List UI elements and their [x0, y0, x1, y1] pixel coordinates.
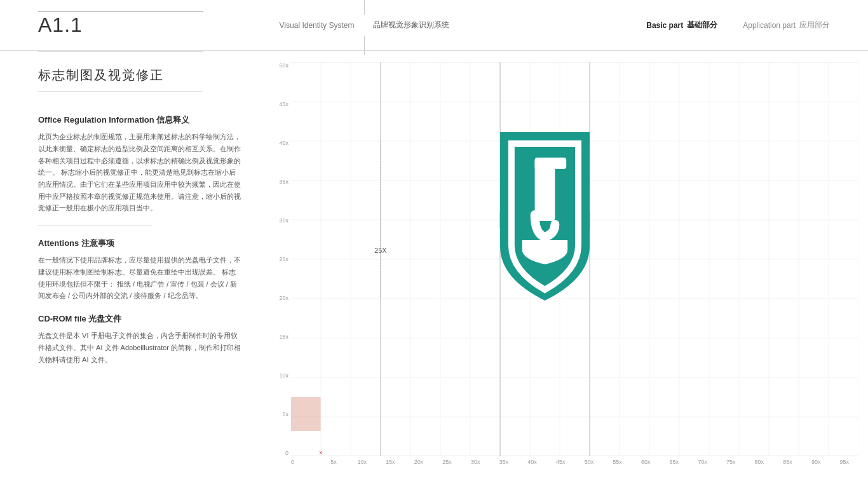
y-label-0: 0 — [285, 450, 288, 456]
x-label-50: 50x — [575, 459, 604, 465]
section-regulation-heading-en: Office Regulation Information — [38, 115, 154, 125]
nav-vi-en: Visual Identity System — [280, 21, 355, 30]
section-regulation-body-text: 此页为企业标志的制图规范，主要用来阐述标志的科学绘制方法，以此来衡量、确定标志的… — [38, 133, 241, 212]
app-part-en: Application part — [743, 21, 796, 30]
top-rule — [38, 51, 203, 51]
section-cdrom-heading-en: CD-ROM file — [38, 314, 86, 323]
x-label-95: 95x — [830, 459, 858, 465]
x-label-20: 20x — [405, 459, 433, 465]
section-cdrom: CD-ROM file 光盘文件 光盘文件是本 VI 手册电子文件的集合，内含手… — [38, 313, 241, 365]
title-rule — [38, 92, 203, 92]
y-label-40: 40x — [279, 140, 288, 146]
x-label-5: 5x — [320, 459, 348, 465]
svg-rect-41 — [535, 158, 567, 169]
section-attentions-body-text: 在一般情况下使用品牌标志，应尽量使用提供的光盘电子文件，不建议使用标准制图绘制标… — [38, 256, 241, 299]
section-attentions-heading: Attentions 注意事项 — [38, 238, 241, 249]
nav-vi-cn: 品牌视觉形象识别系统 — [373, 20, 449, 30]
header-center-divider-top — [364, 0, 365, 15]
header-basic-part: Basic part 基础部分 — [646, 20, 717, 30]
x-label-65: 65x — [660, 459, 689, 465]
y-label-45: 45x — [279, 101, 288, 107]
section-attentions-heading-en: Attentions — [38, 238, 79, 248]
section-regulation-heading-cn: 信息释义 — [156, 115, 189, 125]
section-cdrom-body-text: 光盘文件是本 VI 手册电子文件的集合，内含手册制作时的专用软件格式文件。其中 … — [38, 332, 241, 363]
header-application-part: Application part 应用部分 — [743, 20, 830, 30]
section-cdrom-body: 光盘文件是本 VI 手册电子文件的集合，内含手册制作时的专用软件格式文件。其中 … — [38, 330, 241, 365]
section-divider-1 — [38, 226, 153, 226]
x-label-40: 40x — [518, 459, 546, 465]
page-title: 标志制图及视觉修正 — [38, 67, 203, 84]
x-label-90: 90x — [802, 459, 831, 465]
y-label-15: 15x — [279, 334, 288, 340]
svg-rect-38 — [291, 397, 321, 431]
y-label-35: 35x — [279, 179, 288, 185]
x-label-30: 30x — [461, 459, 490, 465]
x-label-70: 70x — [688, 459, 717, 465]
grid-svg: 17.8x 25X x — [291, 62, 858, 456]
chart-area: 50x 45x 40x 35x 30x 25x 20x 15x 10x 5x 0 — [267, 51, 858, 478]
y-axis: 50x 45x 40x 35x 30x 25x 20x 15x 10x 5x 0 — [267, 62, 291, 456]
svg-text:x: x — [319, 449, 322, 456]
x-axis: 0 5x 10x 15x 20x 25x 30x 35x 40x 45x 50x… — [291, 456, 858, 478]
left-panel: Office Regulation Information 信息释义 此页为企业… — [38, 114, 241, 375]
page-number: A1.1 — [38, 13, 83, 37]
y-label-5: 5x — [282, 411, 288, 417]
y-label-25: 25x — [279, 256, 288, 262]
section-attentions: Attentions 注意事项 在一般情况下使用品牌标志，应尽量使用提供的光盘电… — [38, 238, 241, 302]
x-label-35: 35x — [490, 459, 519, 465]
header-center: Visual Identity System 品牌视觉形象识别系统 — [83, 0, 646, 55]
section-regulation: Office Regulation Information 信息释义 此页为企业… — [38, 114, 241, 214]
basic-part-cn: 基础部分 — [687, 20, 717, 30]
header-left: A1.1 — [38, 13, 83, 37]
x-label-0: 0 — [291, 459, 320, 465]
app-part-cn: 应用部分 — [799, 20, 830, 30]
header-right: Basic part 基础部分 Application part 应用部分 — [646, 20, 830, 30]
y-label-30: 30x — [279, 217, 288, 224]
section-cdrom-heading: CD-ROM file 光盘文件 — [38, 313, 241, 325]
header: A1.1 Visual Identity System 品牌视觉形象识别系统 B… — [0, 0, 868, 51]
section-regulation-body: 此页为企业标志的制图规范，主要用来阐述标志的科学绘制方法，以此来衡量、确定标志的… — [38, 131, 241, 214]
header-top-rule — [38, 11, 203, 12]
header-center-nav: Visual Identity System 品牌视觉形象识别系统 — [280, 0, 450, 55]
x-label-25: 25x — [433, 459, 461, 465]
page-title-area: 标志制图及视觉修正 — [38, 67, 203, 92]
annotation-25x: 25X — [374, 247, 387, 254]
x-label-10: 10x — [348, 459, 376, 465]
x-label-15: 15x — [376, 459, 405, 465]
x-label-85: 85x — [773, 459, 802, 465]
x-label-55: 55x — [603, 459, 632, 465]
y-label-50: 50x — [279, 62, 288, 69]
x-label-80: 80x — [745, 459, 774, 465]
x-label-75: 75x — [717, 459, 745, 465]
basic-part-en: Basic part — [646, 21, 683, 30]
header-nav-items: Visual Identity System 品牌视觉形象识别系统 — [280, 20, 450, 30]
x-label-45: 45x — [546, 459, 575, 465]
x-label-60: 60x — [632, 459, 660, 465]
y-label-10: 10x — [279, 372, 288, 379]
section-attentions-heading-cn: 注意事项 — [81, 238, 114, 248]
section-regulation-heading: Office Regulation Information 信息释义 — [38, 114, 241, 126]
y-label-20: 20x — [279, 295, 288, 301]
section-cdrom-heading-cn: 光盘文件 — [88, 314, 121, 323]
section-attentions-body: 在一般情况下使用品牌标志，应尽量使用提供的光盘电子文件，不建议使用标准制图绘制标… — [38, 254, 241, 302]
